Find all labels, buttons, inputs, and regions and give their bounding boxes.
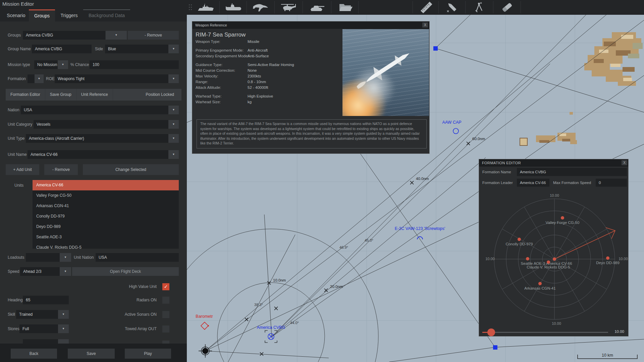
unit-type-dropdown-arrow[interactable] xyxy=(168,134,179,143)
map-unit-label[interactable]: AAW CAP xyxy=(442,120,461,125)
eraser-icon[interactable] xyxy=(493,0,521,14)
speed-dropdown-arrow[interactable] xyxy=(60,267,71,276)
stores-select[interactable]: Full xyxy=(19,324,58,333)
slider-knob[interactable] xyxy=(487,328,495,336)
heading-input[interactable]: 65 xyxy=(23,296,69,304)
max-formation-speed-input[interactable]: 0 xyxy=(596,179,627,187)
unit-list-item[interactable]: America CV-66 xyxy=(33,180,179,190)
tab-groups[interactable]: Groups xyxy=(29,9,55,21)
open-flight-deck-button[interactable]: Open Flight Deck xyxy=(72,267,179,276)
formation-name-input[interactable]: America CVBG xyxy=(517,168,627,176)
blue-unit-square-north[interactable] xyxy=(433,46,438,51)
nation-select[interactable]: USA xyxy=(21,106,168,114)
formation-unit-dot[interactable] xyxy=(518,238,521,241)
save-button[interactable]: Save xyxy=(68,349,115,359)
position-locked-toggle[interactable]: Position Locked xyxy=(141,89,181,101)
reticle-symbol[interactable] xyxy=(199,344,212,358)
skill-dropdown-arrow[interactable] xyxy=(58,310,69,319)
loadouts-dropdown-arrow[interactable] xyxy=(60,253,71,262)
unit-name-label: Unit Name xyxy=(8,150,27,159)
high-value-unit-checkbox[interactable] xyxy=(162,283,169,290)
unit-category-label: Unit Category xyxy=(8,120,32,129)
formation-dropdown-arrow[interactable] xyxy=(35,74,44,83)
blue-unit-square-south[interactable] xyxy=(493,345,497,350)
mission-type-dropdown-arrow[interactable] xyxy=(58,60,68,69)
aircraft-icon[interactable] xyxy=(247,0,274,14)
america-cvbg-symbol[interactable] xyxy=(268,334,274,340)
remove-unit-button[interactable]: - Remove xyxy=(44,164,78,175)
unit-nation-select[interactable]: USA xyxy=(96,253,179,262)
active-sonars-on-checkbox[interactable] xyxy=(162,311,169,318)
submarine-icon[interactable] xyxy=(220,0,247,14)
roe-select[interactable]: Weapons Tight xyxy=(55,74,168,83)
stores-dropdown-arrow[interactable] xyxy=(58,324,69,333)
formation-window-titlebar[interactable]: FORMATION EDITOR X xyxy=(479,159,628,167)
play-button[interactable]: Play xyxy=(125,349,171,359)
nation-dropdown-arrow[interactable] xyxy=(168,106,179,114)
ruler-icon[interactable] xyxy=(413,0,440,14)
unit-list-item[interactable]: Deyo DD-989 xyxy=(33,222,179,232)
warship-icon[interactable] xyxy=(192,0,219,14)
unit-category-select[interactable]: Vessels xyxy=(34,120,168,129)
save-group-button[interactable]: Save Group xyxy=(45,89,76,101)
roe-dropdown-arrow[interactable] xyxy=(168,74,179,83)
map-unit-label[interactable]: E-2C VAW-123 'Screwtops' xyxy=(395,226,445,231)
formation-polar-plot[interactable]: America CV-66Valley Forge CG-50Conolly D… xyxy=(479,191,629,325)
formation-unit-dot[interactable] xyxy=(547,260,550,264)
loadouts-select[interactable] xyxy=(26,253,60,262)
toolbar-drag-handle[interactable] xyxy=(189,4,192,10)
formation-unit-dot[interactable] xyxy=(526,257,529,260)
unit-list-item[interactable]: Valley Forge CG-50 xyxy=(33,190,179,201)
unit-list-item[interactable]: Arkansas CGN-41 xyxy=(33,201,179,211)
radars-on-checkbox[interactable] xyxy=(162,297,169,304)
formation-select[interactable] xyxy=(28,74,35,83)
add-unit-button[interactable]: + Add Unit xyxy=(6,164,39,175)
groups-dropdown-arrow[interactable] xyxy=(106,31,127,40)
tab-triggers[interactable]: Triggers xyxy=(58,9,80,21)
weapon-window-titlebar[interactable]: Weapon Reference X xyxy=(192,21,429,29)
compass-icon[interactable] xyxy=(466,0,493,14)
unit-category-dropdown-arrow[interactable] xyxy=(168,120,179,129)
formation-unit-dot[interactable] xyxy=(561,216,564,220)
skill-select[interactable]: Trained xyxy=(16,310,58,319)
tab-scenario[interactable]: Scenario xyxy=(3,9,29,21)
speed-select[interactable]: Ahead 2/3 xyxy=(20,267,60,276)
barometr-symbol[interactable] xyxy=(201,322,209,329)
formation-unit-dot[interactable] xyxy=(553,257,556,261)
side-dropdown-arrow[interactable] xyxy=(168,45,179,53)
weapon-window-close-button[interactable]: X xyxy=(422,22,428,27)
formation-spacing-slider[interactable] xyxy=(482,332,608,333)
tank-icon[interactable] xyxy=(303,0,330,14)
group-name-input[interactable]: America CVBG xyxy=(32,45,92,53)
formation-editor-button[interactable]: Formation Editor xyxy=(6,89,45,101)
formation-unit-dot[interactable] xyxy=(538,282,542,285)
back-button[interactable]: Back xyxy=(11,349,57,359)
tab-background-data[interactable]: Background Data xyxy=(83,9,130,21)
polar-axis-left: 10.00 xyxy=(485,257,495,261)
unit-name-select[interactable]: America CV-66 xyxy=(28,150,168,159)
unit-list-item[interactable]: Claude V. Rickets DDG-5 xyxy=(33,242,179,249)
towed-array-out-checkbox[interactable] xyxy=(162,325,169,333)
groups-select[interactable]: America CVBG xyxy=(23,31,105,40)
mission-type-select[interactable]: No Mission xyxy=(34,60,58,69)
formation-leader-select[interactable]: America CV-66 xyxy=(517,179,549,187)
map-unit-label[interactable]: Barometr xyxy=(196,314,213,319)
remove-group-button[interactable]: - Remove xyxy=(128,31,179,40)
pencil-icon[interactable] xyxy=(438,0,466,14)
aaw-cap-symbol[interactable] xyxy=(453,128,459,134)
unit-type-select[interactable]: America-class (Aircraft Carrier) xyxy=(26,134,168,143)
chance-input[interactable]: 100 xyxy=(90,60,179,69)
map-unit-label[interactable]: America CVBG xyxy=(257,325,285,330)
unit-reference-button[interactable]: Unit Reference xyxy=(76,89,113,101)
side-select[interactable]: Blue xyxy=(105,45,168,53)
change-selected-button[interactable]: Change Selected xyxy=(83,164,179,175)
formation-unit-dot[interactable] xyxy=(606,256,609,260)
unit-list-item[interactable]: Seattle AOE-3 xyxy=(33,232,179,242)
formation-window-close-button[interactable]: X xyxy=(622,160,627,165)
unit-name-dropdown-arrow[interactable] xyxy=(168,150,179,159)
e2c-air-symbol[interactable] xyxy=(417,237,423,239)
folder-icon[interactable] xyxy=(331,0,359,14)
unit-list-item[interactable]: Conolly DD-979 xyxy=(33,211,179,222)
helicopter-icon[interactable] xyxy=(275,0,302,14)
units-list[interactable]: America CV-66Valley Forge CG-50Arkansas … xyxy=(33,180,179,249)
